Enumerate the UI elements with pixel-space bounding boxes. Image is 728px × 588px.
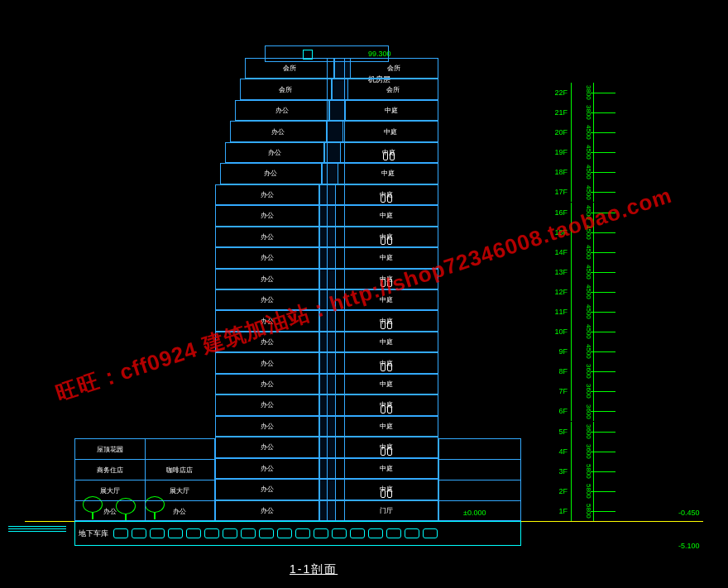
room-left: 办公 <box>226 143 324 162</box>
car-icon <box>168 528 183 538</box>
room-left: 办公 <box>216 290 319 309</box>
dim-row-4: 4F3600 <box>546 442 678 461</box>
car-icon <box>113 528 128 538</box>
floor-label: 20F <box>546 128 571 136</box>
floor-label: 14F <box>546 248 571 256</box>
podium-cell: 办公 <box>75 501 146 521</box>
top-elevation-label: 99.300 <box>368 50 391 58</box>
room-right: 中庭 <box>336 185 438 204</box>
car-icon <box>277 528 292 538</box>
podium-cell: 展大厅 <box>146 480 215 500</box>
dim-row-7: 7F3600 <box>546 381 678 401</box>
floor-label: 10F <box>546 327 571 336</box>
floor-label: 12F <box>546 288 571 296</box>
dim-row-5: 5F3600 <box>546 422 678 442</box>
dim-row-10: 10F4500 <box>546 322 678 342</box>
room-left: 办公 <box>216 395 319 414</box>
room-right: 会所 <box>351 59 438 78</box>
dim-row-16: 16F4500 <box>546 203 678 222</box>
floor-label: 9F <box>546 347 571 356</box>
podium-block: 屋顶花园商务住店咖啡店店展大厅展大厅办公办公 <box>74 438 215 521</box>
water-icon <box>8 526 66 534</box>
room-left: 办公 <box>216 270 319 289</box>
dim-row-18: 18F4500 <box>546 162 678 182</box>
podium-row: 办公办公 <box>75 501 214 522</box>
car-icon <box>332 528 347 538</box>
room-left: 办公 <box>216 459 319 478</box>
floor-label: 1F <box>546 507 571 515</box>
room-right: 中庭 <box>336 395 438 414</box>
car-icon <box>405 528 419 538</box>
podium-cell: 咖啡店店 <box>146 460 215 480</box>
floor-label: 19F <box>546 148 571 156</box>
room-right: 中庭 <box>346 101 438 120</box>
floor-label: 13F <box>546 268 571 276</box>
room-right: 门厅 <box>336 501 438 520</box>
car-icon <box>386 528 401 538</box>
floor-label: 6F <box>546 407 571 415</box>
room-left: 办公 <box>216 248 319 267</box>
room-right: 中庭 <box>336 332 438 351</box>
floor-label: 3F <box>546 467 571 476</box>
dim-row-14: 14F4500 <box>546 242 678 262</box>
dim-row-9: 9F4500 <box>546 342 678 361</box>
dim-row-13: 13F4500 <box>546 262 678 282</box>
room-right: 中庭 <box>336 375 438 394</box>
floor-label: 17F <box>546 188 571 196</box>
room-left: 办公 <box>216 227 319 246</box>
ground-elev-right: ±0.000 <box>463 509 486 517</box>
room-left: 办公 <box>216 185 319 204</box>
dim-row-2: 2F5800 <box>546 481 678 501</box>
dim-row-20: 20F4500 <box>546 122 678 142</box>
cad-section-drawing: 机房层 99.300 会所会所会所会所办公中庭办公中庭办公中庭办公中庭办公中庭办… <box>0 0 728 588</box>
room-left: 会所 <box>246 59 334 78</box>
basement: 地下车库 <box>74 521 521 546</box>
room-right: 中庭 <box>336 311 438 330</box>
car-icon <box>186 528 201 538</box>
car-icon <box>350 528 365 538</box>
dim-row-17: 17F4500 <box>546 182 678 202</box>
room-left: 办公 <box>216 353 319 372</box>
podium-row: 展大厅展大厅 <box>75 480 214 501</box>
car-icon <box>314 528 328 538</box>
room-right: 中庭 <box>338 164 438 183</box>
dim-row-15: 15F4500 <box>546 222 678 242</box>
room-left: 办公 <box>216 501 319 520</box>
floor-label: 15F <box>546 228 571 237</box>
room-left: 会所 <box>241 79 332 98</box>
room-left: 办公 <box>216 332 319 351</box>
podium-cell: 展大厅 <box>75 480 146 500</box>
drawing-title: 1-1剖面 <box>290 562 338 577</box>
room-right: 中庭 <box>336 437 438 457</box>
car-icon <box>150 528 165 538</box>
room-right: 中庭 <box>336 417 438 436</box>
dim-row-3: 3F5800 <box>546 461 678 481</box>
floor-label: 18F <box>546 168 571 176</box>
floor-label: 21F <box>546 108 571 117</box>
dim-row-1: 1F5800 <box>546 501 678 521</box>
room-right: 中庭 <box>336 206 438 225</box>
room-left: 办公 <box>216 480 319 499</box>
ground-elev-left: -0.450 <box>678 509 700 517</box>
floor-label: 16F <box>546 208 571 217</box>
dim-row-12: 12F4500 <box>546 282 678 302</box>
basement-elev: -5.100 <box>678 542 700 550</box>
room-left: 办公 <box>236 101 329 120</box>
room-right: 中庭 <box>336 459 438 478</box>
room-left: 办公 <box>216 206 319 225</box>
floor-label: 11F <box>546 308 571 316</box>
room-left: 办公 <box>231 122 327 141</box>
room-left: 办公 <box>216 437 319 457</box>
room-right: 中庭 <box>341 143 438 162</box>
podium-cell <box>146 439 215 459</box>
floor-label: 5F <box>546 428 571 436</box>
dim-row-22: 22F3800 <box>546 83 678 103</box>
room-left: 办公 <box>216 311 319 330</box>
car-icon <box>223 528 237 538</box>
room-left: 办公 <box>221 164 322 183</box>
podium-row: 商务住店咖啡店店 <box>75 460 214 480</box>
podium-cell: 商务住店 <box>75 460 146 480</box>
dim-row-11: 11F4500 <box>546 302 678 322</box>
dim-row-8: 8F3600 <box>546 361 678 381</box>
podium-cell: 办公 <box>146 501 215 521</box>
